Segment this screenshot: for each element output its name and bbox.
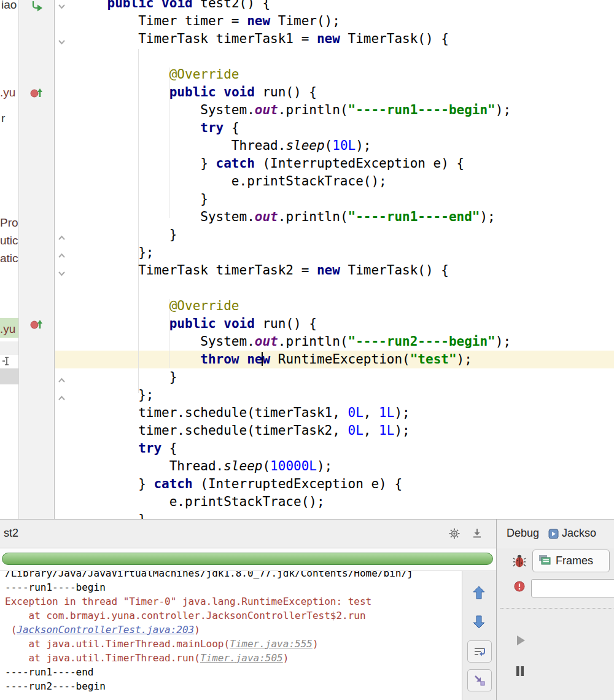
code-line[interactable]: timer.schedule(timerTask2, 0L, 1L); <box>76 422 614 440</box>
tab-frames[interactable]: Frames <box>532 550 610 572</box>
console-line[interactable]: ----run1----end <box>5 665 462 679</box>
fold-open-icon[interactable] <box>58 36 66 47</box>
stacktrace-link[interactable]: Timer.java:505 <box>200 652 283 664</box>
text-token: 10000L <box>270 459 317 473</box>
execution-point-icon[interactable] <box>31 1 43 14</box>
project-item-label[interactable]: .yu <box>0 86 15 99</box>
debugger-bug-icon[interactable] <box>513 553 526 570</box>
code-line[interactable] <box>76 48 614 66</box>
code-line[interactable]: }; <box>76 244 614 262</box>
code-line[interactable]: public void test2() { <box>76 0 614 12</box>
text-token <box>76 0 107 10</box>
next-occurrence-icon[interactable] <box>471 614 487 632</box>
console-line[interactable]: (JacksonControllerTest.java:203) <box>5 623 462 637</box>
project-panel-edge[interactable]: iao .yu r Pro utic atic .yu <box>0 0 19 519</box>
text-token <box>216 316 224 331</box>
fold-close-icon[interactable] <box>58 232 66 243</box>
text-token: ( <box>262 459 270 473</box>
console-line[interactable]: /Library/Java/JavaVirtualMachines/jdk1.8… <box>5 571 462 580</box>
fold-open-icon[interactable] <box>58 268 66 279</box>
code-line[interactable]: public void run() { <box>76 315 614 333</box>
code-line[interactable]: } catch (InterruptedException e) { <box>76 475 614 493</box>
console-line[interactable]: Exception in thread "Timer-0" java.lang.… <box>5 594 462 609</box>
text-token: ); <box>394 405 410 420</box>
fold-open-icon[interactable] <box>58 1 66 12</box>
code-line[interactable]: } <box>76 190 614 208</box>
code-line[interactable]: Thread.sleep(10L); <box>76 137 614 155</box>
run-tab-label[interactable]: st2 <box>4 527 18 540</box>
text-token: ( <box>325 138 333 153</box>
code-line[interactable]: Timer timer = new Timer(); <box>76 12 614 30</box>
pause-button[interactable] <box>515 665 526 680</box>
text-token: e.printStackTrace(); <box>76 494 325 509</box>
fold-gutter[interactable] <box>55 0 69 519</box>
code-line[interactable]: System.out.println("----run1----end"); <box>76 208 614 226</box>
code-line[interactable] <box>76 279 614 297</box>
text-token: timer.schedule(timerTask1, <box>76 405 348 420</box>
scroll-to-end-icon[interactable] <box>472 527 483 541</box>
text-token: TimerTask timerTask2 = <box>76 263 317 278</box>
code-line[interactable]: System.out.println("----run1----begin"); <box>76 101 614 119</box>
text-token <box>239 352 247 367</box>
debug-session-tab[interactable]: Jackso <box>562 527 596 540</box>
soft-wrap-button[interactable] <box>467 640 492 663</box>
fold-close-icon[interactable] <box>58 392 66 403</box>
project-item-label[interactable]: .yu <box>0 322 15 336</box>
code-line[interactable]: public void run() { <box>76 84 614 101</box>
text-token: { <box>161 441 177 456</box>
console-line[interactable]: ----run2----begin <box>5 679 462 693</box>
ide-window: iao .yu r Pro utic atic .yu <box>0 0 614 700</box>
fold-close-icon[interactable] <box>58 375 66 386</box>
console-line[interactable]: ----run1----begin <box>5 580 462 594</box>
jump-to-bottom-button[interactable] <box>467 669 492 691</box>
code-line[interactable]: throw new RuntimeException("test"); <box>76 351 614 368</box>
code-line[interactable]: @Override <box>76 66 614 84</box>
scrollbar-thumb[interactable] <box>0 368 19 384</box>
text-token <box>76 352 200 367</box>
text-token: at com.brmayi.yuna.controller.JacksonCon… <box>5 610 366 621</box>
project-item-label[interactable]: r <box>1 112 5 125</box>
text-token: ( <box>5 624 17 636</box>
text-token: } <box>76 227 177 242</box>
code-line[interactable]: e.printStackTrace(); <box>76 493 614 511</box>
code-line[interactable]: System.out.println("----run2----begin"); <box>76 333 614 351</box>
text-token: sleep <box>286 138 324 153</box>
text-token: } <box>76 512 146 519</box>
text-token: }; <box>76 387 154 402</box>
code-line[interactable]: TimerTask timerTask1 = new TimerTask() { <box>76 30 614 48</box>
code-line[interactable]: } <box>76 511 614 519</box>
project-item-label[interactable]: atic <box>0 252 18 265</box>
project-item-label[interactable]: Pro <box>0 216 18 230</box>
prev-occurrence-icon[interactable] <box>471 585 487 603</box>
console-line[interactable]: at com.brmayi.yuna.controller.JacksonCon… <box>5 609 462 623</box>
code-line[interactable]: } <box>76 226 614 244</box>
code-line[interactable]: Thread.sleep(10000L); <box>76 457 614 475</box>
toolbar-divider <box>500 608 613 609</box>
run-configuration-icon <box>548 529 559 542</box>
stop-button[interactable] <box>513 580 526 595</box>
resume-button[interactable] <box>515 634 526 649</box>
method-breakpoint-icon[interactable] <box>29 319 44 332</box>
project-item-label[interactable]: utic <box>0 234 18 247</box>
code-line[interactable]: TimerTask timerTask2 = new TimerTask() { <box>76 262 614 279</box>
text-token: ) <box>313 638 319 650</box>
method-breakpoint-icon[interactable] <box>29 87 44 101</box>
fold-close-icon[interactable] <box>58 250 66 261</box>
code-line[interactable]: timer.schedule(timerTask1, 0L, 1L); <box>76 404 614 422</box>
code-line[interactable]: @Override <box>76 297 614 315</box>
code-line[interactable]: } <box>76 368 614 386</box>
stacktrace-link[interactable]: JacksonControllerTest.java:203 <box>17 624 194 636</box>
project-item-label[interactable]: iao <box>1 0 17 12</box>
code-line[interactable]: } catch (InterruptedException e) { <box>76 155 614 173</box>
console-output[interactable]: /Library/Java/JavaVirtualMachines/jdk1.8… <box>0 571 462 700</box>
code-line[interactable]: e.printStackTrace(); <box>76 173 614 190</box>
stacktrace-link[interactable]: Timer.java:555 <box>230 638 313 650</box>
gear-icon[interactable] <box>448 527 460 542</box>
code-line[interactable]: try { <box>76 440 614 457</box>
console-line[interactable]: at java.util.TimerThread.mainLoop(Timer.… <box>5 637 462 651</box>
console-line[interactable]: at java.util.TimerThread.run(Timer.java:… <box>5 651 462 665</box>
code-line[interactable]: }; <box>76 386 614 404</box>
editor-gutter[interactable] <box>19 0 55 519</box>
threads-dropdown[interactable] <box>531 579 614 597</box>
code-line[interactable]: try { <box>76 119 614 137</box>
